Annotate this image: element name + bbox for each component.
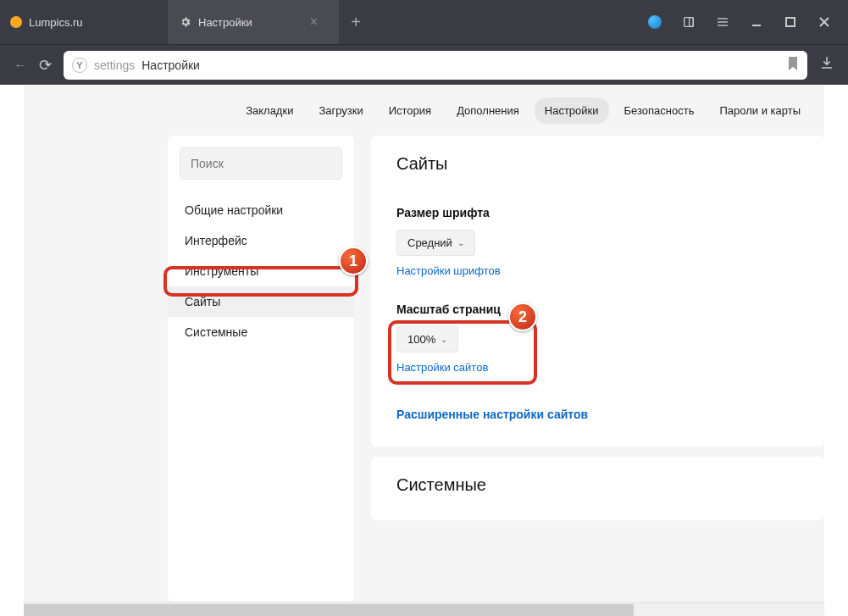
profile-icon[interactable] (648, 15, 662, 29)
chevron-down-icon: ⌄ (441, 335, 447, 344)
gear-icon (180, 16, 191, 28)
address-category: settings (94, 58, 135, 72)
chevron-down-icon: ⌄ (457, 238, 464, 247)
font-size-dropdown[interactable]: Средний ⌄ (396, 230, 475, 256)
annotation-badge-1: 1 (339, 247, 368, 275)
font-size-label: Размер шрифта (396, 206, 799, 219)
reload-icon[interactable]: ⟳ (39, 56, 52, 75)
bookmark-icon[interactable] (787, 57, 799, 74)
panel-sites-title: Сайты (396, 154, 799, 174)
panel-system-title: Системные (396, 475, 799, 495)
sidebar-item-general[interactable]: Общие настройки (168, 195, 354, 225)
advanced-site-settings-link[interactable]: Расширенные настройки сайтов (396, 408, 799, 421)
zoom-dropdown[interactable]: 100% ⌄ (396, 326, 458, 352)
maximize-icon[interactable] (784, 15, 797, 29)
topnav-security[interactable]: Безопасность (614, 97, 705, 124)
horizontal-scrollbar[interactable] (24, 602, 824, 616)
annotation-badge-2: 2 (508, 302, 537, 331)
address-title: Настройки (141, 58, 200, 72)
scrollbar-thumb[interactable] (24, 604, 634, 616)
topnav-bookmarks[interactable]: Закладки (236, 97, 303, 124)
sidebar-search[interactable] (180, 147, 342, 180)
toolbar: ← ⟳ Y settings Настройки (0, 44, 848, 85)
titlebar: Lumpics.ru Настройки × + (0, 0, 848, 44)
window-close-icon[interactable] (818, 15, 831, 29)
address-bar[interactable]: Y settings Настройки (64, 51, 807, 80)
content-area: Закладки Загрузки История Дополнения Нас… (24, 85, 824, 609)
zoom-value: 100% (407, 333, 435, 346)
topnav-downloads[interactable]: Загрузки (308, 97, 373, 124)
window-controls (648, 0, 848, 44)
topnav-addons[interactable]: Дополнения (446, 97, 529, 124)
topnav-passwords[interactable]: Пароли и карты (709, 97, 811, 124)
back-button[interactable]: ← (14, 58, 27, 73)
font-settings-link[interactable]: Настройки шрифтов (396, 264, 799, 277)
new-tab-button[interactable]: + (339, 0, 373, 44)
menu-icon[interactable] (716, 15, 729, 29)
font-size-value: Средний (407, 236, 452, 249)
search-input[interactable] (191, 157, 331, 170)
topnav-history[interactable]: История (379, 97, 441, 124)
minimize-icon[interactable] (750, 15, 763, 29)
yandex-y-icon: Y (72, 58, 87, 73)
tab-settings[interactable]: Настройки × (169, 0, 339, 44)
site-settings-link[interactable]: Настройки сайтов (396, 361, 799, 374)
bookmark-panel-icon[interactable] (682, 15, 696, 29)
close-icon[interactable]: × (310, 14, 318, 30)
topnav-settings[interactable]: Настройки (535, 97, 609, 124)
svg-rect-3 (718, 21, 728, 22)
svg-rect-6 (786, 18, 795, 26)
tab-title: Lumpics.ru (29, 16, 83, 29)
settings-topnav: Закладки Загрузки История Дополнения Нас… (24, 85, 824, 136)
sidebar-item-interface[interactable]: Интерфейс (168, 225, 354, 256)
svg-rect-4 (718, 25, 728, 25)
panel-system: Системные (371, 457, 824, 520)
downloads-icon[interactable] (819, 55, 834, 75)
sidebar-item-tools[interactable]: Инструменты (168, 256, 354, 286)
sidebar-item-system[interactable]: Системные (168, 317, 354, 347)
sidebar-item-sites[interactable]: Сайты (168, 286, 354, 317)
tab-title: Настройки (198, 16, 252, 29)
panel-sites: Сайты Размер шрифта Средний ⌄ Настройки … (371, 136, 824, 447)
zoom-label: Масштаб страниц (396, 302, 799, 316)
svg-rect-2 (718, 18, 728, 19)
site-favicon (10, 16, 22, 28)
settings-main: Сайты Размер шрифта Средний ⌄ Настройки … (371, 136, 824, 602)
svg-rect-1 (690, 18, 694, 27)
settings-sidebar: Общие настройки Интерфейс Инструменты Са… (168, 136, 354, 602)
tab-lumpics[interactable]: Lumpics.ru (0, 0, 169, 44)
